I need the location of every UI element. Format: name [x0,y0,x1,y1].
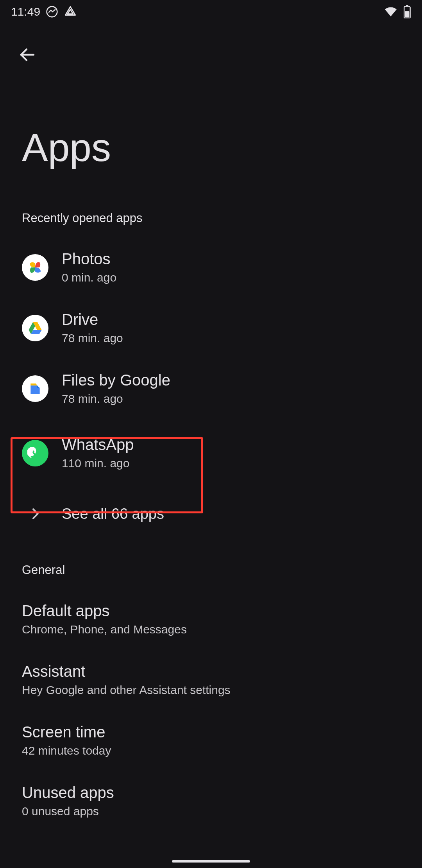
files-icon [22,375,48,402]
app-name: Drive [62,311,123,328]
general-subtitle: Hey Google and other Assistant settings [22,683,400,697]
app-row-files[interactable]: Files by Google 78 min. ago [0,358,422,419]
page-title: Apps [22,125,111,170]
app-name: WhatsApp [62,436,134,454]
status-bar: 11:49 [0,0,422,23]
status-left: 11:49 [11,5,77,18]
section-header-general: General [0,555,422,589]
app-name: Photos [62,250,116,268]
status-clock: 11:49 [11,5,40,18]
general-unused-apps[interactable]: Unused apps 0 unused apps [0,771,422,831]
arrow-left-icon [18,45,37,64]
battery-icon [403,5,411,18]
drive-notification-icon [64,5,77,18]
general-title: Screen time [22,723,400,741]
app-subtitle: 78 min. ago [62,332,123,345]
app-row-whatsapp[interactable]: WhatsApp 110 min. ago [0,419,422,487]
see-all-label: See all 66 apps [62,506,164,522]
whatsapp-icon [22,440,48,466]
app-row-photos[interactable]: Photos 0 min. ago [0,237,422,298]
app-subtitle: 0 min. ago [62,271,116,284]
settings-content: Recently opened apps Photos 0 min. ago [0,203,422,831]
messenger-notification-icon [46,5,58,18]
app-icon-files [22,375,48,402]
general-subtitle: Chrome, Phone, and Messages [22,623,400,636]
general-title: Unused apps [22,784,400,802]
app-row-drive[interactable]: Drive 78 min. ago [0,298,422,358]
photos-icon [22,254,48,281]
app-icon-whatsapp [22,440,48,466]
gesture-nav-handle[interactable] [172,860,250,863]
status-right [384,5,411,19]
general-subtitle: 0 unused apps [22,805,400,818]
section-header-recent: Recently opened apps [0,203,422,237]
general-subtitle: 42 minutes today [22,744,400,757]
general-title: Assistant [22,663,400,680]
app-subtitle: 110 min. ago [62,457,134,470]
svg-rect-3 [405,11,409,17]
chevron-right-icon [22,500,48,527]
app-subtitle: 78 min. ago [62,392,170,405]
see-all-apps[interactable]: See all 66 apps [0,487,422,540]
drive-icon [22,315,48,341]
general-assistant[interactable]: Assistant Hey Google and other Assistant… [0,649,422,710]
general-default-apps[interactable]: Default apps Chrome, Phone, and Messages [0,589,422,649]
general-title: Default apps [22,602,400,620]
app-icon-photos [22,254,48,281]
app-name: Files by Google [62,371,170,389]
back-button[interactable] [12,39,43,70]
wifi-icon [384,5,398,19]
general-screen-time[interactable]: Screen time 42 minutes today [0,710,422,771]
app-icon-drive [22,315,48,341]
